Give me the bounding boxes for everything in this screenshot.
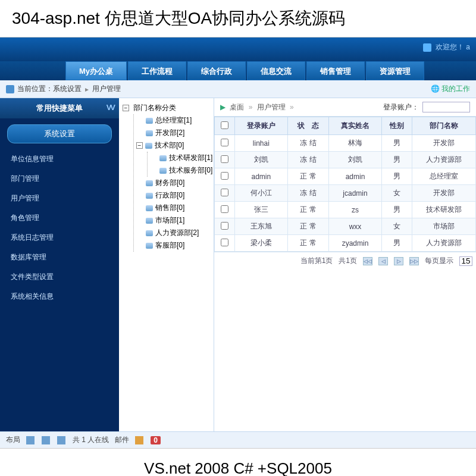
- breadcrumb-sep: »: [249, 103, 253, 111]
- quick-menu-title: 常用快捷菜单: [36, 104, 83, 112]
- tree-toggle-icon[interactable]: −: [123, 105, 129, 111]
- table-row[interactable]: 王东旭正 常wxx女市场部: [215, 218, 476, 235]
- pager-last[interactable]: ▷▷: [409, 257, 419, 265]
- table-row[interactable]: 张三正 常zs男技术研发部: [215, 202, 476, 218]
- cell-account: 王东旭: [235, 218, 287, 235]
- breadcrumb: ▶ 桌面 » 用户管理 »: [220, 102, 296, 112]
- tree-toggle-icon[interactable]: −: [136, 142, 143, 149]
- db-icon: [146, 218, 153, 224]
- footer-bar: 布局 共 1 人在线 邮件 0: [0, 431, 476, 448]
- cell-account: 梁小柔: [235, 235, 287, 252]
- cell-account: admin: [235, 168, 287, 185]
- nav-tab-3[interactable]: 信息交流: [247, 61, 305, 80]
- tree-node-1[interactable]: 开发部[2]: [136, 127, 210, 139]
- db-icon: [146, 193, 153, 199]
- nav-tab-4[interactable]: 销售管理: [306, 61, 365, 80]
- row-checkbox[interactable]: [221, 222, 228, 230]
- sidebar-item-0[interactable]: 单位信息管理: [0, 149, 119, 169]
- collapse-icon[interactable]: VV: [107, 103, 114, 112]
- db-icon: [146, 130, 153, 136]
- pager-perpage-input[interactable]: [459, 256, 472, 266]
- db-icon: [159, 168, 167, 174]
- layout-icon-3[interactable]: [57, 436, 65, 444]
- welcome-label: 欢迎您！: [436, 43, 464, 51]
- tree-node-7[interactable]: 人力资源部[2]: [136, 227, 210, 239]
- db-icon: [146, 230, 153, 236]
- sidebar-item-1[interactable]: 部门管理: [0, 169, 119, 189]
- pager-first[interactable]: ◁◁: [363, 257, 372, 265]
- table-row[interactable]: 刘凯冻 结刘凯男人力资源部: [215, 152, 476, 168]
- row-checkbox[interactable]: [221, 239, 228, 246]
- table-row[interactable]: 何小江冻 结jcadmin女开发部: [215, 185, 476, 202]
- row-checkbox[interactable]: [221, 172, 228, 180]
- layout-icon-2[interactable]: [42, 436, 50, 444]
- cell-gender: 女: [381, 218, 412, 235]
- cell-dept: 开发部: [412, 135, 475, 152]
- tree-root[interactable]: − 部门名称分类: [123, 102, 210, 114]
- tree-root-label: 部门名称分类: [133, 104, 176, 112]
- cell-account: linhai: [235, 135, 287, 152]
- table-header-0: [215, 117, 235, 135]
- table-row[interactable]: linhai冻 结林海男开发部: [215, 135, 476, 152]
- tree-node-3[interactable]: 财务部[0]: [136, 177, 210, 189]
- cell-status: 正 常: [287, 218, 329, 235]
- select-all-checkbox[interactable]: [221, 121, 228, 129]
- tree-child-2-0[interactable]: 技术研发部[1]: [150, 152, 210, 164]
- nav-tab-5[interactable]: 资源管理: [366, 61, 424, 80]
- tree-node-4[interactable]: 行政部[0]: [136, 189, 210, 202]
- nav-tab-2[interactable]: 综合行政: [187, 61, 246, 80]
- search-label: 登录账户：: [383, 102, 419, 112]
- mail-icon[interactable]: [135, 436, 143, 444]
- sidebar-item-7[interactable]: 系统相关信息: [0, 287, 119, 306]
- breadcrumb-current: 用户管理: [257, 103, 286, 111]
- tree-node-6[interactable]: 市场部[1]: [136, 214, 210, 227]
- cell-gender: 男: [381, 235, 412, 252]
- pager-next[interactable]: ▷: [394, 257, 403, 265]
- cell-gender: 男: [381, 202, 412, 218]
- pager-current: 当前第1页: [300, 256, 333, 266]
- cell-dept: 技术研发部: [412, 202, 475, 218]
- sidebar-item-5[interactable]: 数据库管理: [0, 248, 119, 267]
- location-path1[interactable]: 系统设置: [53, 84, 82, 94]
- table-header-1: 登录账户: [235, 117, 287, 135]
- pager-prev[interactable]: ◁: [378, 257, 388, 265]
- sidebar-item-4[interactable]: 系统日志管理: [0, 228, 119, 248]
- system-setting-button[interactable]: 系统设置: [7, 124, 112, 143]
- row-checkbox[interactable]: [221, 139, 228, 146]
- tree-node-5[interactable]: 销售部[0]: [136, 202, 210, 214]
- location-sep: ▸: [85, 85, 89, 93]
- my-work-link[interactable]: 我的工作: [431, 84, 470, 94]
- breadcrumb-desktop[interactable]: 桌面: [230, 103, 244, 111]
- row-checkbox[interactable]: [221, 205, 228, 213]
- tree-child-2-1[interactable]: 技术服务部[0]: [150, 164, 210, 177]
- pager-perpage-label: 每页显示: [425, 256, 453, 266]
- cell-status: 冻 结: [287, 135, 329, 152]
- cell-realname: zyadmin: [329, 235, 381, 252]
- tree-node-0[interactable]: 总经理室[1]: [136, 114, 210, 127]
- page-top-title: 304-asp.net 仿思道大型OA协同办公系统源码: [0, 0, 476, 37]
- row-checkbox[interactable]: [221, 189, 228, 196]
- db-icon: [146, 180, 153, 186]
- cell-dept: 总经理室: [412, 168, 475, 185]
- sidebar-item-2[interactable]: 用户管理: [0, 189, 119, 208]
- sidebar: 常用快捷菜单 VV 系统设置 单位信息管理部门管理用户管理角色管理系统日志管理数…: [0, 98, 119, 431]
- location-path2[interactable]: 用户管理: [92, 84, 121, 94]
- cell-realname: zs: [329, 202, 381, 218]
- tree-node-2[interactable]: −技术部[0]: [136, 139, 210, 152]
- layout-icon-1[interactable]: [26, 436, 35, 444]
- cell-realname: 刘凯: [329, 152, 381, 168]
- main-nav: My办公桌工作流程综合行政信息交流销售管理资源管理: [0, 61, 476, 80]
- table-row[interactable]: 梁小柔正 常zyadmin男人力资源部: [215, 235, 476, 252]
- nav-tab-1[interactable]: 工作流程: [128, 61, 186, 80]
- row-checkbox[interactable]: [221, 155, 228, 163]
- welcome-text: 欢迎您！ a: [423, 42, 470, 52]
- sidebar-item-6[interactable]: 文件类型设置: [0, 267, 119, 287]
- nav-tab-0[interactable]: My办公桌: [65, 61, 127, 80]
- tree-node-8[interactable]: 客服部[0]: [136, 239, 210, 252]
- cell-dept: 人力资源部: [412, 152, 475, 168]
- cell-status: 冻 结: [287, 152, 329, 168]
- table-header-5: 部门名称: [412, 117, 475, 135]
- table-row[interactable]: admin正 常admin男总经理室: [215, 168, 476, 185]
- sidebar-item-3[interactable]: 角色管理: [0, 208, 119, 228]
- search-input[interactable]: [422, 102, 470, 112]
